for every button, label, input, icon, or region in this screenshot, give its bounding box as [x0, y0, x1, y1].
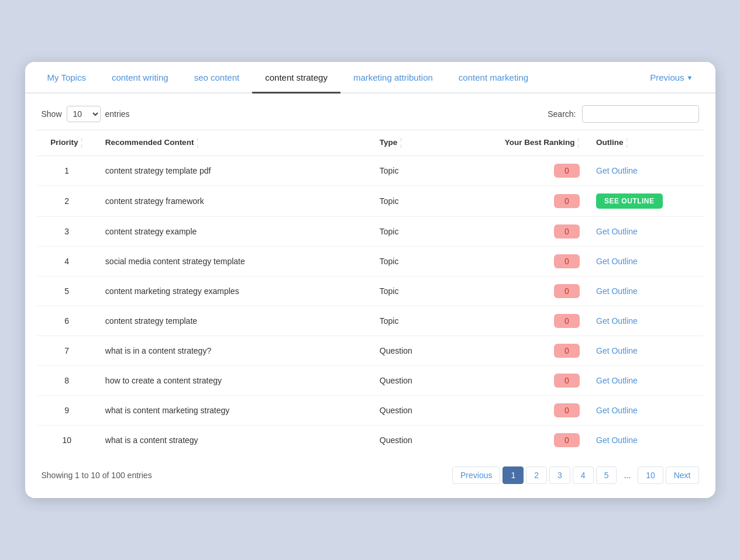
show-entries-control: Show 10 25 50 100 entries	[42, 106, 130, 122]
get-outline-link[interactable]: Get Outline	[596, 435, 638, 445]
cell-content: social media content strategy template	[97, 247, 371, 276]
cell-outline: Get Outline	[588, 366, 704, 396]
entries-label: entries	[105, 109, 130, 119]
cell-ranking: 0	[458, 306, 588, 336]
cell-priority: 4	[37, 247, 97, 276]
col-header-ranking[interactable]: Your Best Ranking↑↓	[458, 130, 588, 156]
table-row: 5content marketing strategy examplesTopi…	[37, 276, 704, 306]
cell-outline: SEE OUTLINE	[588, 186, 704, 217]
ranking-badge: 0	[554, 344, 580, 358]
main-card: My Topics content writing seo content co…	[25, 62, 715, 498]
sort-icon-type: ↑↓	[400, 137, 402, 148]
col-header-priority[interactable]: Priority↑↓	[37, 130, 97, 156]
cell-outline: Get Outline	[588, 396, 704, 426]
table-footer: Showing 1 to 10 of 100 entries Previous …	[25, 455, 715, 498]
table-controls: Show 10 25 50 100 entries Search:	[25, 94, 715, 130]
table-body: 1content strategy template pdfTopic0Get …	[37, 156, 704, 455]
showing-text: Showing 1 to 10 of 100 entries	[42, 471, 152, 480]
pagination-page-3[interactable]: 3	[549, 466, 570, 484]
ranking-badge: 0	[554, 314, 580, 328]
sort-icon-ranking: ↑↓	[577, 137, 580, 148]
cell-priority: 8	[37, 366, 97, 396]
tab-content-writing[interactable]: content writing	[99, 62, 181, 94]
tab-content-marketing[interactable]: content marketing	[446, 62, 541, 94]
cell-outline: Get Outline	[588, 276, 704, 306]
ranking-badge: 0	[554, 403, 580, 417]
tab-seo-content[interactable]: seo content	[181, 62, 253, 94]
pagination-next[interactable]: Next	[666, 466, 699, 484]
table-row: 1content strategy template pdfTopic0Get …	[37, 156, 704, 186]
ranking-badge: 0	[554, 254, 580, 268]
pagination-prev[interactable]: Previous	[452, 466, 500, 484]
cell-outline: Get Outline	[588, 426, 704, 455]
table-row: 10what is a content strategyQuestion0Get…	[37, 426, 704, 455]
search-area: Search:	[548, 105, 698, 123]
col-header-content[interactable]: Recommended Content↑↓	[97, 130, 371, 156]
cell-ranking: 0	[458, 396, 588, 426]
cell-content: content strategy template pdf	[97, 156, 371, 186]
cell-priority: 3	[37, 217, 97, 247]
col-header-outline[interactable]: Outline↑↓	[588, 130, 704, 156]
table-row: 9what is content marketing strategyQuest…	[37, 396, 704, 426]
cell-priority: 2	[37, 186, 97, 217]
cell-ranking: 0	[458, 336, 588, 366]
pagination-page-1[interactable]: 1	[502, 466, 524, 484]
cell-priority: 10	[37, 426, 97, 455]
pagination-ellipsis: ...	[619, 467, 635, 483]
cell-ranking: 0	[458, 217, 588, 247]
tab-marketing-attribution[interactable]: marketing attribution	[340, 62, 446, 94]
cell-content: what is content marketing strategy	[97, 396, 371, 426]
pagination-page-4[interactable]: 4	[573, 466, 594, 484]
get-outline-link[interactable]: Get Outline	[596, 257, 638, 266]
show-label: Show	[42, 109, 62, 119]
sort-icon-outline: ↑↓	[626, 137, 629, 148]
cell-outline: Get Outline	[588, 217, 704, 247]
cell-ranking: 0	[458, 426, 588, 455]
cell-outline: Get Outline	[588, 156, 704, 186]
ranking-badge: 0	[554, 433, 580, 447]
sort-icon-content: ↑↓	[196, 137, 199, 148]
entries-select[interactable]: 10 25 50 100	[67, 106, 101, 122]
search-input[interactable]	[582, 105, 699, 123]
cell-type: Topic	[371, 217, 458, 247]
see-outline-button[interactable]: SEE OUTLINE	[596, 193, 663, 209]
get-outline-link[interactable]: Get Outline	[596, 316, 638, 326]
ranking-badge: 0	[554, 164, 580, 178]
table-row: 6content strategy templateTopic0Get Outl…	[37, 306, 704, 336]
cell-type: Question	[371, 426, 458, 455]
pagination: Previous 1 2 3 4 5 ... 10 Next	[452, 466, 699, 484]
ranking-badge: 0	[554, 284, 580, 298]
cell-type: Topic	[371, 186, 458, 217]
cell-content: content strategy example	[97, 217, 371, 247]
cell-ranking: 0	[458, 247, 588, 276]
get-outline-link[interactable]: Get Outline	[596, 376, 638, 385]
table-row: 3content strategy exampleTopic0Get Outli…	[37, 217, 704, 247]
table-header-row: Priority↑↓ Recommended Content↑↓ Type↑↓ …	[37, 130, 704, 156]
cell-content: how to create a content strategy	[97, 366, 371, 396]
pagination-page-5[interactable]: 5	[596, 466, 617, 484]
get-outline-link[interactable]: Get Outline	[596, 227, 638, 236]
cell-content: content strategy framework	[97, 186, 371, 217]
cell-type: Question	[371, 336, 458, 366]
tab-previous[interactable]: Previous ▼	[637, 62, 705, 94]
get-outline-link[interactable]: Get Outline	[596, 346, 638, 355]
chevron-down-icon: ▼	[687, 74, 693, 81]
cell-priority: 7	[37, 336, 97, 366]
get-outline-link[interactable]: Get Outline	[596, 166, 638, 175]
cell-priority: 6	[37, 306, 97, 336]
cell-outline: Get Outline	[588, 247, 704, 276]
cell-outline: Get Outline	[588, 306, 704, 336]
tab-bar: My Topics content writing seo content co…	[25, 62, 715, 94]
cell-ranking: 0	[458, 156, 588, 186]
col-header-type[interactable]: Type↑↓	[371, 130, 458, 156]
pagination-page-10[interactable]: 10	[638, 466, 663, 484]
cell-priority: 5	[37, 276, 97, 306]
tab-my-topics[interactable]: My Topics	[35, 62, 99, 94]
tab-content-strategy[interactable]: content strategy	[252, 62, 340, 94]
table-row: 7what is in a content strategy?Question0…	[37, 336, 704, 366]
cell-content: content marketing strategy examples	[97, 276, 371, 306]
pagination-page-2[interactable]: 2	[526, 466, 547, 484]
get-outline-link[interactable]: Get Outline	[596, 406, 638, 415]
ranking-badge: 0	[554, 374, 580, 388]
get-outline-link[interactable]: Get Outline	[596, 286, 638, 296]
